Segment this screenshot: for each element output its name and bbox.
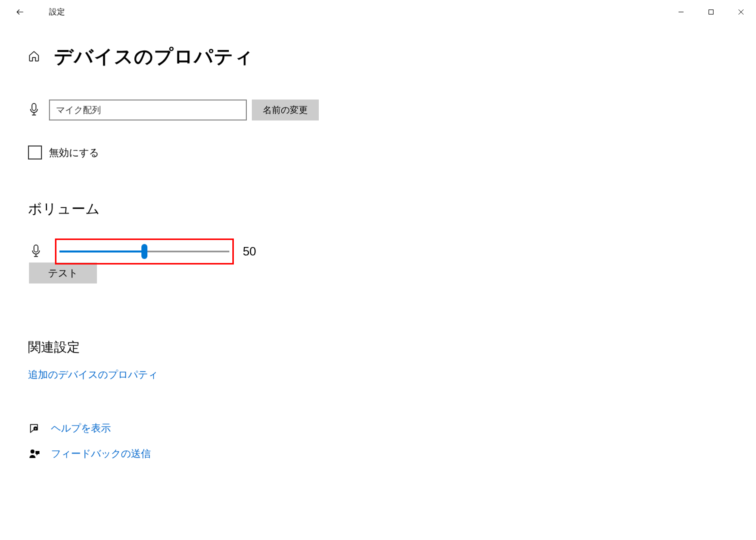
home-icon[interactable] <box>28 50 40 64</box>
minimize-icon <box>678 9 684 15</box>
svg-rect-7 <box>34 245 38 252</box>
help-icon: ? <box>28 422 41 434</box>
microphone-icon <box>30 244 42 260</box>
device-name-input[interactable] <box>49 100 247 120</box>
microphone-icon <box>28 102 40 118</box>
svg-rect-4 <box>32 104 36 110</box>
close-button[interactable] <box>726 2 756 22</box>
svg-point-12 <box>30 450 34 454</box>
disable-label: 無効にする <box>49 146 99 160</box>
back-button[interactable] <box>9 1 31 23</box>
help-link[interactable]: ヘルプを表示 <box>51 422 111 435</box>
close-icon <box>738 9 744 15</box>
maximize-icon <box>708 9 714 15</box>
disable-checkbox[interactable] <box>28 146 42 160</box>
test-button[interactable]: テスト <box>29 262 97 284</box>
volume-slider-highlight <box>55 238 234 264</box>
slider-fill <box>59 250 144 252</box>
svg-text:?: ? <box>34 428 36 430</box>
arrow-left-icon <box>15 8 24 16</box>
svg-rect-1 <box>709 10 714 14</box>
feedback-icon <box>28 448 41 460</box>
volume-slider[interactable] <box>59 249 229 254</box>
volume-heading: ボリューム <box>28 200 756 218</box>
page-title: デバイスのプロパティ <box>54 44 254 70</box>
related-settings-heading: 関連設定 <box>28 338 756 356</box>
rename-button[interactable]: 名前の変更 <box>252 100 319 120</box>
slider-thumb[interactable] <box>141 244 147 259</box>
feedback-link[interactable]: フィードバックの送信 <box>51 447 151 460</box>
additional-device-properties-link[interactable]: 追加のデバイスのプロパティ <box>28 368 756 382</box>
app-title: 設定 <box>49 7 65 18</box>
minimize-button[interactable] <box>666 2 696 22</box>
volume-value: 50 <box>243 244 256 258</box>
maximize-button[interactable] <box>696 2 726 22</box>
